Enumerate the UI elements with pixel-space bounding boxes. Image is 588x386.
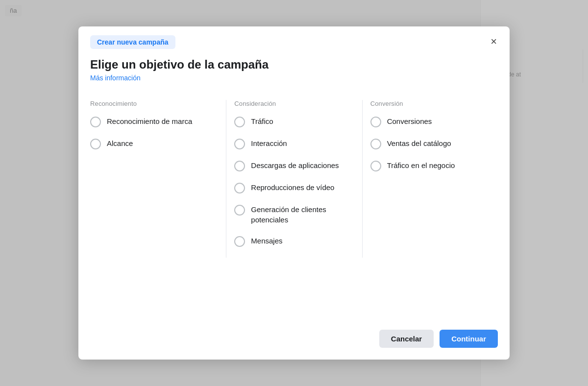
column-reconocimiento-title: Reconocimiento <box>90 100 218 107</box>
modal-body: Reconocimiento Reconocimiento de marca A… <box>78 88 510 308</box>
radio-mensajes <box>234 236 245 247</box>
modal-title: Elige un objetivo de la campaña <box>90 58 498 72</box>
radio-trafico-negocio <box>370 161 381 171</box>
column-conversion: Conversión Conversiones Ventas del catál… <box>362 100 498 258</box>
column-consideracion-title: Consideración <box>234 100 354 107</box>
objective-columns: Reconocimiento Reconocimiento de marca A… <box>90 100 498 258</box>
radio-trafico <box>234 117 245 127</box>
label-interaccion: Interacción <box>251 138 287 148</box>
option-mensajes[interactable]: Mensajes <box>234 236 354 247</box>
label-mensajes: Mensajes <box>251 236 282 246</box>
learn-more-link[interactable]: Más información <box>90 74 141 82</box>
label-generacion-clientes: Generación de clientes potenciales <box>251 204 354 225</box>
label-reconocimiento-marca: Reconocimiento de marca <box>107 116 192 126</box>
label-trafico-negocio: Tráfico en el negocio <box>387 160 455 170</box>
option-trafico-negocio[interactable]: Tráfico en el negocio <box>370 160 490 171</box>
modal-badge: Crear nueva campaña <box>90 35 175 49</box>
label-ventas-catalogo: Ventas del catálogo <box>387 138 451 148</box>
label-conversiones: Conversiones <box>387 116 432 126</box>
radio-descargas-apps <box>234 161 245 171</box>
option-generacion-clientes[interactable]: Generación de clientes potenciales <box>234 204 354 225</box>
option-trafico[interactable]: Tráfico <box>234 116 354 127</box>
label-reproducciones-video: Reproducciones de vídeo <box>251 182 334 193</box>
option-interaccion[interactable]: Interacción <box>234 138 354 149</box>
radio-reconocimiento-marca <box>90 117 101 127</box>
radio-generacion-clientes <box>234 205 245 216</box>
modal-footer: Cancelar Continuar <box>78 318 510 360</box>
campaign-objective-modal: Crear nueva campaña × Elige un objetivo … <box>78 26 510 360</box>
radio-conversiones <box>370 117 381 127</box>
option-reproducciones-video[interactable]: Reproducciones de vídeo <box>234 182 354 193</box>
label-descargas-apps: Descargas de aplicaciones <box>251 160 339 170</box>
column-consideracion: Consideración Tráfico Interacción Descar… <box>226 100 362 258</box>
radio-reproducciones-video <box>234 183 245 193</box>
radio-ventas-catalogo <box>370 139 381 149</box>
radio-interaccion <box>234 139 245 149</box>
cancel-button[interactable]: Cancelar <box>379 330 434 348</box>
modal-close-button[interactable]: × <box>488 35 500 48</box>
modal-header: Crear nueva campaña × Elige un objetivo … <box>78 26 510 88</box>
column-conversion-title: Conversión <box>370 100 490 107</box>
column-reconocimiento: Reconocimiento Reconocimiento de marca A… <box>90 100 226 258</box>
label-trafico: Tráfico <box>251 116 273 126</box>
modal-overlay: Crear nueva campaña × Elige un objetivo … <box>0 0 588 386</box>
radio-alcance <box>90 139 101 149</box>
option-reconocimiento-marca[interactable]: Reconocimiento de marca <box>90 116 218 127</box>
continue-button[interactable]: Continuar <box>440 330 498 348</box>
option-conversiones[interactable]: Conversiones <box>370 116 490 127</box>
option-ventas-catalogo[interactable]: Ventas del catálogo <box>370 138 490 149</box>
option-alcance[interactable]: Alcance <box>90 138 218 149</box>
label-alcance: Alcance <box>107 138 133 148</box>
option-descargas-apps[interactable]: Descargas de aplicaciones <box>234 160 354 171</box>
